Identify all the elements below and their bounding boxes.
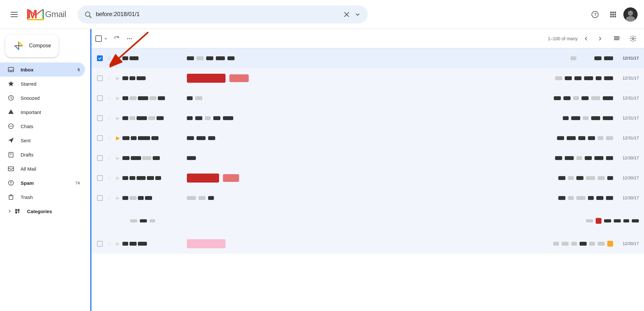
sidebar-item-label-inbox: Inbox bbox=[21, 67, 72, 72]
email-row[interactable]: ☆ ▶ bbox=[90, 188, 644, 208]
select-all-area[interactable] bbox=[95, 33, 110, 44]
row-star-9[interactable]: ☆ bbox=[104, 240, 113, 247]
row-checkbox-4[interactable] bbox=[95, 135, 104, 141]
email-row[interactable]: ☆ ▶ 12/30/17 bbox=[90, 148, 644, 168]
row-content-5 bbox=[187, 156, 613, 160]
email-row[interactable]: ☆ ▶ bbox=[90, 108, 644, 128]
more-options-button[interactable] bbox=[124, 33, 135, 44]
row-checkbox-2[interactable] bbox=[95, 95, 104, 101]
svg-point-43 bbox=[129, 38, 130, 39]
svg-rect-40 bbox=[9, 196, 13, 200]
sidebar-item-trash[interactable]: Trash bbox=[0, 190, 85, 204]
row-important-0[interactable]: ▶ bbox=[113, 55, 122, 61]
sidebar-item-important[interactable]: Important bbox=[0, 105, 85, 119]
row-important-7[interactable]: ▶ bbox=[113, 195, 122, 201]
sidebar-item-categories[interactable]: Categories bbox=[0, 204, 85, 218]
svg-rect-13 bbox=[614, 12, 616, 13]
menu-button[interactable] bbox=[6, 7, 22, 22]
select-dropdown-button[interactable] bbox=[102, 33, 110, 44]
row-sender-3 bbox=[122, 116, 187, 120]
row-star-0[interactable]: ☆ bbox=[104, 55, 113, 62]
row-sender-6 bbox=[122, 176, 187, 180]
sidebar-item-label-sent: Sent bbox=[21, 138, 80, 143]
row-date-9: 12/30/17 bbox=[613, 241, 639, 246]
row-content-6 bbox=[187, 174, 613, 183]
important-icon bbox=[7, 109, 15, 115]
select-all-checkbox[interactable] bbox=[95, 35, 102, 42]
help-button[interactable]: ? bbox=[587, 7, 603, 22]
svg-point-44 bbox=[131, 38, 132, 39]
row-content-2 bbox=[187, 96, 613, 100]
email-row[interactable]: ☆ ▶ bbox=[90, 128, 644, 148]
sidebar-item-allmail[interactable]: All Mail bbox=[0, 162, 85, 176]
next-page-button[interactable] bbox=[594, 33, 606, 44]
svg-line-6 bbox=[90, 16, 91, 18]
svg-rect-16 bbox=[614, 14, 616, 15]
row-important-1[interactable]: ▶ bbox=[113, 75, 122, 81]
row-sender-5 bbox=[122, 156, 187, 160]
row-important-2[interactable]: ▶ bbox=[113, 95, 122, 101]
svg-text:?: ? bbox=[594, 12, 597, 17]
sidebar-item-drafts[interactable]: Drafts bbox=[0, 147, 85, 162]
row-important-4[interactable]: ▶ bbox=[113, 135, 122, 141]
search-icon bbox=[84, 11, 92, 18]
row-star-1[interactable]: ☆ bbox=[104, 75, 113, 82]
email-row[interactable] bbox=[90, 208, 644, 234]
row-star-6[interactable]: ☆ bbox=[104, 174, 113, 182]
apps-button[interactable] bbox=[605, 7, 621, 22]
prev-page-button[interactable] bbox=[580, 33, 592, 44]
avatar[interactable] bbox=[623, 7, 638, 22]
row-sender-1 bbox=[122, 76, 187, 80]
email-row[interactable]: ☆ ▶ 12/30/17 bbox=[90, 234, 644, 254]
sidebar-item-spam[interactable]: Spam 74 bbox=[0, 176, 85, 190]
allmail-icon bbox=[7, 165, 15, 172]
search-clear-button[interactable] bbox=[343, 11, 350, 18]
row-important-9[interactable]: ▶ bbox=[113, 240, 122, 247]
row-checkbox-5[interactable] bbox=[95, 155, 104, 161]
app-header: M Gmail ? bbox=[0, 0, 644, 29]
logo-area: M Gmail bbox=[27, 8, 66, 21]
search-options-button[interactable] bbox=[354, 11, 361, 18]
row-star-5[interactable]: ☆ bbox=[104, 155, 113, 162]
compose-button[interactable]: Compose bbox=[5, 34, 59, 57]
density-button[interactable] bbox=[609, 33, 625, 44]
row-checkbox-0[interactable] bbox=[95, 55, 104, 61]
row-checkbox-1[interactable] bbox=[95, 75, 104, 81]
email-row[interactable]: ☆ ▶ bbox=[90, 88, 644, 108]
row-star-3[interactable]: ☆ bbox=[104, 115, 113, 122]
row-date-2: 12/31/17 bbox=[613, 96, 639, 100]
sidebar-item-chats[interactable]: Chats bbox=[0, 119, 85, 133]
row-date-6: 12/30/17 bbox=[613, 175, 639, 180]
row-checkbox-3[interactable] bbox=[95, 115, 104, 121]
row-important-5[interactable]: ▶ bbox=[113, 155, 122, 161]
toolbar: 1–100 of many bbox=[90, 29, 644, 48]
row-important-6[interactable]: ▶ bbox=[113, 175, 122, 181]
sidebar-item-snoozed[interactable]: Snoozed bbox=[0, 91, 85, 105]
email-row[interactable]: ☆ ▶ 12/31/17 bbox=[90, 48, 644, 68]
pagination-text: 1–100 of many bbox=[548, 36, 578, 41]
svg-point-30 bbox=[9, 126, 10, 127]
row-star-4[interactable]: ☆ bbox=[104, 135, 113, 142]
row-checkbox-7[interactable] bbox=[95, 195, 104, 201]
sidebar-item-sent[interactable]: Sent bbox=[0, 133, 85, 147]
svg-rect-11 bbox=[610, 12, 612, 13]
row-star-2[interactable]: ☆ bbox=[104, 95, 113, 102]
sidebar-item-starred[interactable]: Starred bbox=[0, 77, 85, 91]
row-checkbox-6[interactable] bbox=[95, 175, 104, 181]
svg-rect-19 bbox=[614, 16, 616, 17]
gmail-logo-text: Gmail bbox=[45, 9, 66, 19]
refresh-button[interactable] bbox=[111, 33, 122, 44]
email-row[interactable]: ☆ ▶ bbox=[90, 168, 644, 188]
row-sender-9 bbox=[122, 242, 187, 246]
settings-button[interactable] bbox=[627, 33, 639, 44]
row-important-3[interactable]: ▶ bbox=[113, 115, 122, 121]
email-row[interactable]: ☆ ▶ 12/31/17 bbox=[90, 68, 644, 88]
sidebar-item-inbox[interactable]: Inbox 5 bbox=[0, 62, 85, 77]
svg-point-42 bbox=[127, 38, 128, 39]
sidebar-item-label-drafts: Drafts bbox=[21, 152, 80, 157]
row-star-7[interactable]: ☆ bbox=[104, 194, 113, 202]
sidebar-item-label-categories: Categories bbox=[27, 209, 80, 214]
snoozed-icon bbox=[7, 95, 15, 101]
search-input[interactable] bbox=[96, 11, 339, 18]
row-checkbox-9[interactable] bbox=[95, 241, 104, 247]
